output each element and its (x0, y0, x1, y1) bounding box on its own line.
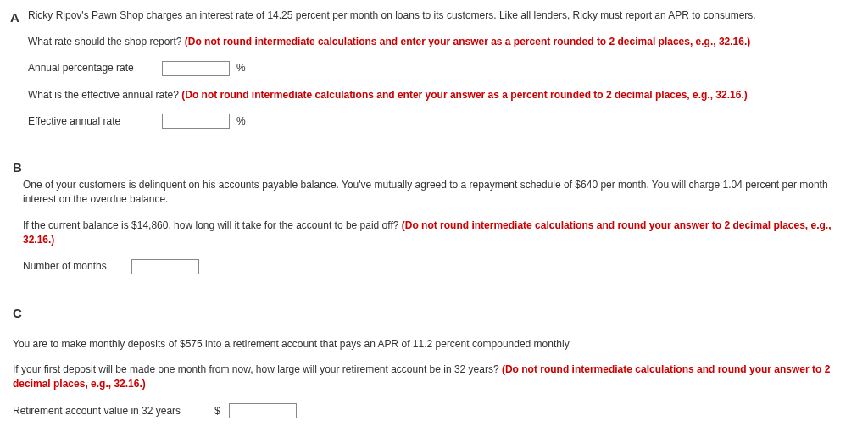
months-answer-row: Number of months (13, 259, 855, 274)
apr-unit: % (236, 61, 246, 75)
value-input[interactable] (229, 403, 297, 418)
question-b-q: If the current balance is $14,860, how l… (13, 219, 855, 247)
value-answer-row: Retirement account value in 32 years $ (13, 403, 855, 418)
question-c-q-prompt: If your first deposit will be made one m… (13, 363, 502, 375)
question-a-content: Ricky Ripov's Pawn Shop charges an inter… (13, 8, 855, 129)
question-c-header: C (13, 304, 855, 322)
question-letter-a: A (10, 8, 19, 26)
apr-answer-row: Annual percentage rate % (28, 61, 855, 76)
ear-label: Effective annual rate (28, 114, 155, 129)
question-a-intro: Ricky Ripov's Pawn Shop charges an inter… (28, 8, 855, 23)
ear-unit: % (236, 114, 246, 129)
question-a-q2: What is the effective annual rate? (Do n… (28, 88, 855, 102)
question-b: B One of your customers is delinquent on… (13, 158, 855, 274)
months-label: Number of months (23, 259, 125, 274)
question-b-header: B (13, 158, 855, 176)
question-letter-b: B (13, 160, 22, 174)
apr-input[interactable] (162, 61, 230, 76)
question-letter-c: C (13, 306, 22, 320)
question-c: C You are to make monthly deposits of $5… (13, 304, 855, 418)
value-label: Retirement account value in 32 years (13, 404, 208, 418)
ear-answer-row: Effective annual rate % (28, 114, 855, 129)
question-a-q1: What rate should the shop report? (Do no… (28, 35, 855, 49)
value-prefix: $ (214, 404, 220, 418)
question-b-content: One of your customers is delinquent on h… (13, 178, 855, 274)
question-b-intro: One of your customers is delinquent on h… (13, 178, 855, 207)
question-a: A Ricky Ripov's Pawn Shop charges an int… (13, 8, 855, 129)
question-a-q2-instruction: (Do not round intermediate calculations … (181, 89, 748, 101)
question-a-q1-instruction: (Do not round intermediate calculations … (185, 36, 751, 47)
apr-label: Annual percentage rate (28, 61, 155, 75)
question-c-intro: You are to make monthly deposits of $575… (13, 337, 855, 352)
question-a-q1-prompt: What rate should the shop report? (28, 36, 185, 47)
question-c-content: You are to make monthly deposits of $575… (13, 337, 855, 418)
question-a-q2-prompt: What is the effective annual rate? (28, 89, 181, 101)
months-input[interactable] (131, 259, 199, 274)
ear-input[interactable] (162, 114, 230, 129)
question-c-q: If your first deposit will be made one m… (13, 363, 855, 391)
question-b-q-prompt: If the current balance is $14,860, how l… (23, 219, 402, 231)
